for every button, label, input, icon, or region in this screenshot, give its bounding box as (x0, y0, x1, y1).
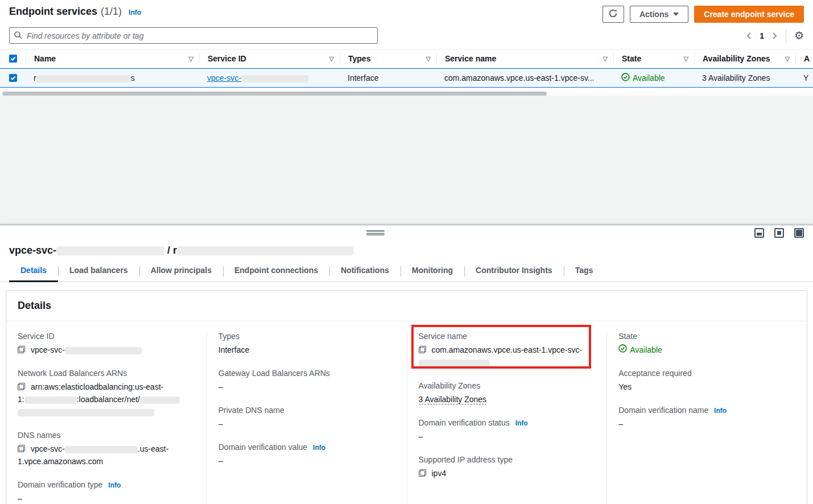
page-header: Endpoint services (1/1) Info Actions Cre… (0, 0, 813, 23)
info-link[interactable]: Info (313, 444, 325, 452)
column-header-acceptance-truncated[interactable]: A (795, 53, 813, 64)
dns-name-line2: 1.vpce.amazonaws.com (18, 457, 103, 466)
column-header-service-name[interactable]: Service name ▽ (436, 53, 613, 64)
availability-zones-link[interactable]: 3 Availability Zones (702, 73, 770, 82)
field-domain-verification-name: Domain verification name Info – (618, 406, 795, 430)
search-input[interactable] (9, 27, 378, 44)
field-acceptance-required: Acceptance required Yes (618, 369, 795, 393)
field-label-text: Domain verification value (218, 443, 307, 452)
sort-icon[interactable]: ▽ (603, 55, 608, 63)
column-header-name[interactable]: Name ▽ (26, 53, 199, 64)
pagination-divider (786, 30, 786, 42)
pagination: 1 ⚙ (746, 30, 804, 42)
row-service-name-cell: com.amazonaws.vpce.us-east-1.vpce-sv... (436, 73, 613, 82)
column-header-state[interactable]: State ▽ (613, 53, 694, 64)
table-row[interactable]: rs vpce-svc- Interface com.amazonaws.vpc… (0, 68, 813, 88)
redaction-patch (56, 246, 164, 255)
column-label: Service ID (208, 54, 246, 63)
row-name-suffix: s (131, 73, 135, 82)
field-value: – (218, 418, 395, 430)
refresh-icon (608, 9, 618, 20)
field-label: Gateway Load Balancers ARNs (218, 369, 395, 378)
field-types: Types Interface (218, 332, 395, 356)
field-label: Service name (419, 332, 596, 341)
redaction-patch (65, 446, 138, 453)
tab-load-balancers[interactable]: Load balancers (58, 266, 139, 282)
field-label-text: Domain verification name (618, 406, 708, 415)
column-header-availability-zones[interactable]: Availability Zones ▽ (694, 53, 795, 64)
tab-tags[interactable]: Tags (564, 266, 605, 282)
field-value: – (618, 418, 795, 430)
copy-icon[interactable] (419, 346, 426, 353)
split-panel-drag-handle[interactable] (366, 230, 385, 236)
column-header-types[interactable]: Types ▽ (340, 53, 436, 64)
details-column-3: Service name com.amazonaws.vpce.us-east-… (407, 332, 607, 504)
field-value: arn:aws:elasticloadbalancing:us-east- 1:… (18, 381, 195, 418)
state-available: Available (618, 344, 795, 356)
sort-icon[interactable]: ▽ (684, 55, 688, 63)
header-actions: Actions Create endpoint service (602, 6, 804, 23)
title-info-link[interactable]: Info (129, 9, 141, 16)
copy-icon[interactable] (18, 346, 25, 353)
search-box (9, 27, 378, 44)
copy-icon[interactable] (18, 383, 25, 390)
icon-fill (796, 230, 802, 236)
field-label: Supported IP address type (419, 455, 596, 464)
info-link[interactable]: Info (515, 419, 528, 427)
row-availability-zones-cell: 3 Availability Zones (694, 73, 795, 82)
copy-icon[interactable] (18, 445, 25, 452)
field-label: Domain verification status Info (419, 418, 596, 427)
sort-icon[interactable]: ▽ (426, 55, 431, 63)
sort-icon[interactable]: ▽ (189, 55, 193, 63)
panel-split-layout-icon[interactable] (774, 228, 784, 238)
copy-icon[interactable] (419, 469, 426, 477)
redaction-patch (419, 360, 490, 367)
table-header: Name ▽ Service ID ▽ Types ▽ Service name… (0, 49, 813, 68)
sort-icon[interactable]: ▽ (785, 55, 790, 63)
page-number[interactable]: 1 (760, 31, 764, 40)
split-panel-title: vpce-svc- / r (0, 225, 813, 257)
drag-handle-line (366, 233, 385, 236)
info-link[interactable]: Info (714, 407, 727, 415)
actions-button[interactable]: Actions (630, 6, 688, 23)
panel-bottom-layout-icon[interactable] (754, 228, 764, 238)
field-state: State Available (618, 332, 795, 356)
field-label: Network Load Balancers ARNs (18, 369, 195, 378)
create-endpoint-service-button[interactable]: Create endpoint service (694, 6, 804, 23)
tab-notifications[interactable]: Notifications (329, 266, 401, 282)
refresh-button[interactable] (602, 6, 624, 23)
tab-allow-principals[interactable]: Allow principals (139, 266, 223, 282)
select-all-checkbox[interactable] (9, 55, 17, 63)
tab-monitoring[interactable]: Monitoring (401, 266, 464, 282)
tab-details[interactable]: Details (9, 266, 58, 282)
field-value: 3 Availability Zones (419, 393, 596, 406)
state-label: Available (633, 73, 665, 82)
settings-gear-icon[interactable]: ⚙ (794, 30, 804, 41)
title-count: (1/1) (101, 6, 122, 18)
toolbar: 1 ⚙ (0, 23, 813, 44)
tab-endpoint-connections[interactable]: Endpoint connections (223, 266, 329, 282)
service-id-link[interactable]: vpce-svc- (207, 73, 308, 82)
horizontal-scrollbar-thumb[interactable] (2, 92, 547, 96)
field-value: Available (618, 344, 795, 356)
split-panel: vpce-svc- / r Details Load balancers All… (0, 225, 813, 504)
tab-contributor-insights[interactable]: Contributor Insights (464, 266, 564, 282)
field-value: – (218, 381, 395, 393)
column-header-service-id[interactable]: Service ID ▽ (199, 53, 340, 64)
redaction-patch (18, 409, 154, 416)
sort-icon[interactable]: ▽ (329, 55, 334, 63)
row-select-cell (0, 74, 26, 82)
service-id-value: vpce-svc- (31, 345, 65, 354)
prev-page-icon[interactable] (746, 32, 753, 40)
redaction-patch (140, 396, 180, 404)
check-circle-icon (621, 73, 630, 83)
row-checkbox[interactable] (9, 74, 17, 82)
next-page-icon[interactable] (771, 32, 778, 40)
row-types-cell: Interface (340, 73, 436, 82)
availability-zones-link[interactable]: 3 Availability Zones (419, 395, 487, 404)
field-label: Private DNS name (218, 406, 395, 415)
info-link[interactable]: Info (108, 481, 121, 489)
field-label-text: Domain verification status (419, 418, 510, 427)
panel-full-layout-icon[interactable] (794, 228, 804, 238)
nlb-arn-line2-prefix: 1: (18, 395, 24, 404)
